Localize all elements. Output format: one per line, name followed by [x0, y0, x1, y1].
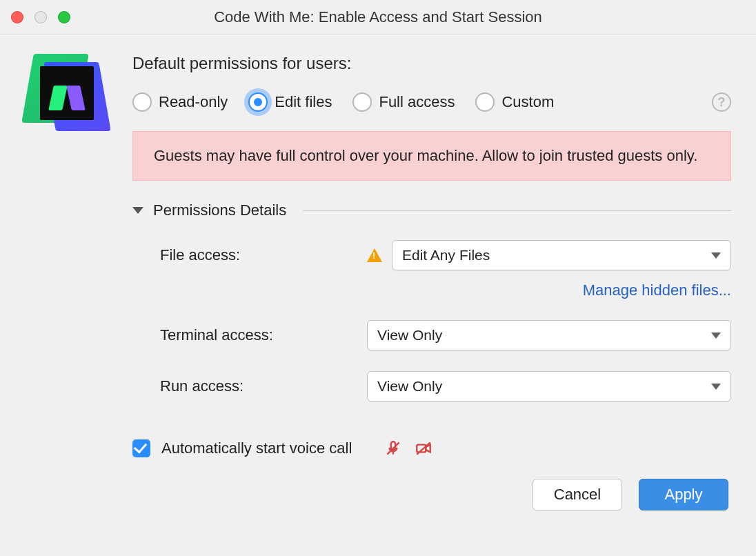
terminal-access-label: Terminal access: [160, 326, 353, 344]
file-access-label: File access: [160, 246, 353, 264]
permissions-details-disclosure[interactable]: Permissions Details [132, 201, 731, 219]
radio-button-icon [248, 92, 268, 112]
radio-read-only[interactable]: Read-only [132, 92, 228, 112]
radio-edit-files[interactable]: Edit files [248, 92, 332, 112]
chevron-down-icon [711, 252, 721, 259]
radio-full-access[interactable]: Full access [352, 92, 455, 112]
dropdown-value: Edit Any Files [402, 247, 490, 264]
chevron-down-icon [711, 384, 721, 390]
warning-triangle-icon [367, 248, 382, 262]
file-access-dropdown[interactable]: Edit Any Files [392, 240, 731, 270]
radio-label: Read-only [159, 93, 228, 111]
window-titlebar[interactable]: Code With Me: Enable Access and Start Se… [0, 0, 756, 34]
help-icon[interactable]: ? [712, 92, 731, 112]
cancel-button[interactable]: Cancel [533, 479, 622, 510]
radio-button-icon [475, 92, 495, 112]
window-close-button[interactable] [11, 11, 23, 23]
run-access-label: Run access: [160, 377, 353, 395]
microphone-muted-icon[interactable] [384, 439, 403, 458]
code-with-me-app-icon [28, 54, 105, 131]
chevron-down-icon [711, 332, 721, 339]
traffic-lights [11, 11, 70, 23]
dropdown-value: View Only [377, 378, 442, 395]
window-zoom-button[interactable] [58, 11, 70, 23]
warning-banner: Guests may have full control over your m… [132, 131, 731, 181]
camera-muted-icon[interactable] [414, 439, 433, 458]
manage-hidden-files-link[interactable]: Manage hidden files... [583, 281, 731, 299]
dialog-icon-area [25, 54, 108, 510]
radio-label: Full access [379, 93, 455, 111]
terminal-access-dropdown[interactable]: View Only [367, 320, 731, 350]
chevron-down-icon [132, 207, 143, 214]
auto-voice-call-label: Automatically start voice call [161, 439, 352, 457]
permissions-heading: Default permissions for users: [132, 54, 731, 73]
radio-custom[interactable]: Custom [475, 92, 554, 112]
disclosure-label: Permissions Details [153, 201, 286, 219]
window-minimize-button[interactable] [34, 11, 47, 23]
permission-mode-radiogroup: Read-only Edit files Full access Custom … [132, 92, 731, 112]
radio-label: Custom [501, 93, 554, 111]
window-title: Code With Me: Enable Access and Start Se… [0, 8, 756, 26]
auto-voice-call-checkbox[interactable] [132, 439, 150, 457]
radio-button-icon [132, 92, 152, 112]
apply-button[interactable]: Apply [639, 479, 728, 510]
dropdown-value: View Only [377, 327, 442, 344]
radio-button-icon [352, 92, 372, 112]
radio-label: Edit files [275, 93, 332, 111]
run-access-dropdown[interactable]: View Only [367, 371, 731, 401]
separator-line [303, 210, 731, 211]
